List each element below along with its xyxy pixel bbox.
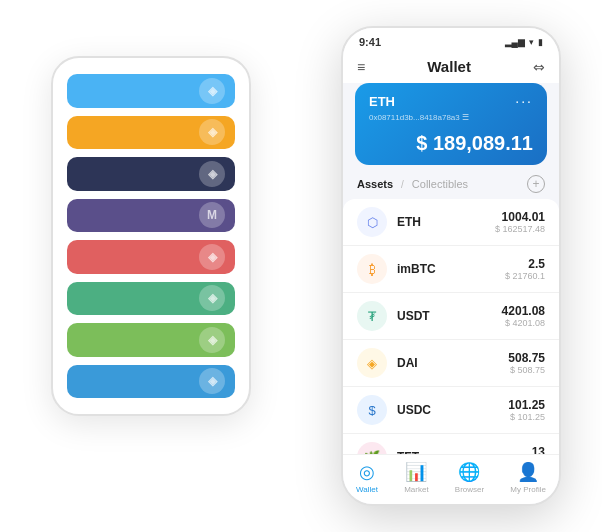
asset-row[interactable]: ◈DAI508.75$ 508.75 <box>343 340 559 387</box>
asset-name: DAI <box>397 356 508 370</box>
assets-list: ⬡ETH1004.01$ 162517.48₿imBTC2.5$ 21760.1… <box>343 199 559 454</box>
card-card-red: ◈ <box>67 240 235 274</box>
status-bar: 9:41 ▂▄▆ ▾ ▮ <box>343 28 559 52</box>
card-icon: ◈ <box>199 244 225 270</box>
card-card-purple: M <box>67 199 235 233</box>
card-card-teal: ◈ <box>67 365 235 399</box>
asset-amount-usd: $ 101.25 <box>508 412 545 422</box>
card-card-lightgreen: ◈ <box>67 323 235 357</box>
nav-item-profile[interactable]: 👤My Profile <box>510 461 546 494</box>
market-nav-icon: 📊 <box>405 461 427 483</box>
asset-icon-eth: ⬡ <box>357 207 387 237</box>
asset-amount-main: 508.75 <box>508 351 545 365</box>
asset-row[interactable]: ⬡ETH1004.01$ 162517.48 <box>343 199 559 246</box>
asset-name: imBTC <box>397 262 505 276</box>
asset-name: USDC <box>397 403 508 417</box>
asset-amount-usd: $ 21760.1 <box>505 271 545 281</box>
asset-row[interactable]: ₮USDT4201.08$ 4201.08 <box>343 293 559 340</box>
asset-amount-main: 1004.01 <box>495 210 545 224</box>
card-icon: ◈ <box>199 78 225 104</box>
menu-icon[interactable]: ≡ <box>357 59 365 75</box>
wallet-nav-icon: ◎ <box>359 461 375 483</box>
asset-amounts: 130 <box>532 445 545 454</box>
wallet-coin: ETH <box>369 94 395 109</box>
market-nav-label: Market <box>404 485 428 494</box>
wallet-card: ETH ··· 0x08711d3b...8418a78a3 ☰ $ 189,0… <box>355 83 547 165</box>
scene: ◈◈◈M◈◈◈◈ 9:41 ▂▄▆ ▾ ▮ ≡ Wallet ⇔ ETH ···… <box>21 16 581 516</box>
card-icon: ◈ <box>199 119 225 145</box>
wallet-balance: $ 189,089.11 <box>369 132 533 155</box>
card-icon: ◈ <box>199 327 225 353</box>
card-card-green: ◈ <box>67 282 235 316</box>
asset-amounts: 4201.08$ 4201.08 <box>502 304 545 328</box>
asset-name: USDT <box>397 309 502 323</box>
asset-amount-main: 13 <box>532 445 545 454</box>
card-card-orange: ◈ <box>67 116 235 150</box>
asset-amount-usd: $ 162517.48 <box>495 224 545 234</box>
card-card-blue: ◈ <box>67 74 235 108</box>
signal-icon: ▂▄▆ <box>505 37 525 47</box>
asset-amounts: 101.25$ 101.25 <box>508 398 545 422</box>
nav-item-market[interactable]: 📊Market <box>404 461 428 494</box>
asset-amount-main: 4201.08 <box>502 304 545 318</box>
wallet-address: 0x08711d3b...8418a78a3 ☰ <box>369 113 533 122</box>
status-icons: ▂▄▆ ▾ ▮ <box>505 37 543 47</box>
profile-nav-icon: 👤 <box>517 461 539 483</box>
card-icon: ◈ <box>199 161 225 187</box>
asset-amounts: 508.75$ 508.75 <box>508 351 545 375</box>
asset-row[interactable]: 🌿TFT130 <box>343 434 559 454</box>
wallet-options-icon[interactable]: ··· <box>515 93 533 109</box>
asset-icon-dai: ◈ <box>357 348 387 378</box>
assets-tabs: Assets / Collectibles <box>357 178 468 190</box>
asset-amount-main: 2.5 <box>505 257 545 271</box>
nav-item-browser[interactable]: 🌐Browser <box>455 461 484 494</box>
asset-amount-main: 101.25 <box>508 398 545 412</box>
card-icon: ◈ <box>199 285 225 311</box>
page-title: Wallet <box>427 58 471 75</box>
assets-header: Assets / Collectibles + <box>343 175 559 199</box>
asset-row[interactable]: ₿imBTC2.5$ 21760.1 <box>343 246 559 293</box>
asset-amounts: 1004.01$ 162517.48 <box>495 210 545 234</box>
battery-icon: ▮ <box>538 37 543 47</box>
asset-name: ETH <box>397 215 495 229</box>
bottom-nav: ◎Wallet📊Market🌐Browser👤My Profile <box>343 454 559 504</box>
card-icon: M <box>199 202 225 228</box>
asset-row[interactable]: $USDC101.25$ 101.25 <box>343 387 559 434</box>
browser-nav-icon: 🌐 <box>458 461 480 483</box>
nav-item-wallet[interactable]: ◎Wallet <box>356 461 378 494</box>
profile-nav-label: My Profile <box>510 485 546 494</box>
tab-divider: / <box>401 179 404 190</box>
scan-icon[interactable]: ⇔ <box>533 59 545 75</box>
tab-collectibles[interactable]: Collectibles <box>412 178 468 190</box>
front-phone: 9:41 ▂▄▆ ▾ ▮ ≡ Wallet ⇔ ETH ··· 0x08711d… <box>341 26 561 506</box>
wallet-nav-label: Wallet <box>356 485 378 494</box>
asset-amount-usd: $ 4201.08 <box>502 318 545 328</box>
asset-amount-usd: $ 508.75 <box>508 365 545 375</box>
browser-nav-label: Browser <box>455 485 484 494</box>
add-asset-button[interactable]: + <box>527 175 545 193</box>
tab-assets[interactable]: Assets <box>357 178 393 190</box>
phone-header: ≡ Wallet ⇔ <box>343 52 559 83</box>
wifi-icon: ▾ <box>529 37 534 47</box>
asset-icon-usdt: ₮ <box>357 301 387 331</box>
status-time: 9:41 <box>359 36 381 48</box>
asset-icon-tft: 🌿 <box>357 442 387 454</box>
wallet-card-top: ETH ··· <box>369 93 533 109</box>
background-phone: ◈◈◈M◈◈◈◈ <box>51 56 251 416</box>
asset-icon-imbtc: ₿ <box>357 254 387 284</box>
asset-amounts: 2.5$ 21760.1 <box>505 257 545 281</box>
card-icon: ◈ <box>199 368 225 394</box>
card-card-dark: ◈ <box>67 157 235 191</box>
asset-icon-usdc: $ <box>357 395 387 425</box>
